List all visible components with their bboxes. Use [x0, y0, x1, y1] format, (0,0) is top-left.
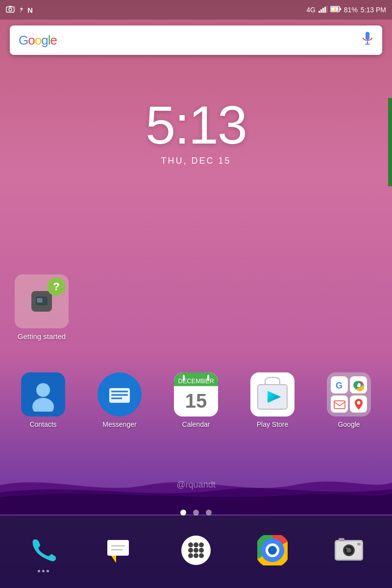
- getting-started-label: Getting started: [18, 332, 66, 341]
- svg-rect-7: [324, 7, 326, 13]
- maps-mini: [350, 395, 367, 413]
- svg-text:G: G: [336, 381, 343, 391]
- green-stripe: [388, 98, 392, 186]
- svg-rect-13: [366, 32, 369, 40]
- search-bar[interactable]: Google: [10, 25, 382, 55]
- svg-rect-0: [6, 7, 14, 12]
- camera-dock-icon: [331, 533, 367, 568]
- playstore-label: Play Store: [257, 420, 289, 428]
- svg-rect-8: [326, 6, 327, 13]
- dock-item-chrome[interactable]: [255, 533, 290, 571]
- svg-point-50: [194, 542, 198, 547]
- svg-rect-15: [365, 44, 370, 45]
- messenger-icon: [98, 372, 142, 416]
- status-bar: N 4G ⚡ 81% 5:13 PM: [0, 0, 392, 20]
- app-row: Contacts Messenger 15 DECEMBER: [0, 372, 392, 428]
- svg-point-51: [199, 542, 204, 547]
- getting-started-folder[interactable]: ? Getting started: [10, 274, 74, 341]
- svg-rect-44: [107, 540, 129, 556]
- dock-item-camera[interactable]: [331, 533, 367, 571]
- svg-marker-45: [111, 556, 116, 563]
- contacts-label: Contacts: [29, 420, 56, 428]
- svg-rect-40: [334, 401, 345, 409]
- calendar-label: Calendar: [182, 420, 210, 428]
- google-folder-icon: G: [327, 372, 371, 416]
- svg-rect-70: [357, 543, 361, 545]
- svg-point-52: [188, 548, 193, 553]
- battery-icon: ⚡: [330, 6, 341, 14]
- page-dot-3[interactable]: [206, 510, 212, 515]
- playstore-icon: [250, 372, 294, 416]
- dock-item-launcher[interactable]: [178, 533, 214, 571]
- status-right-icons: 4G ⚡ 81% 5:13 PM: [306, 6, 386, 14]
- signal-icon: [318, 6, 327, 14]
- svg-rect-10: [340, 8, 341, 10]
- chrome-mini: [350, 376, 367, 393]
- svg-point-53: [194, 548, 198, 553]
- battery-percent: 81%: [344, 6, 358, 14]
- svg-point-1: [9, 8, 12, 11]
- watermark: @rquandt: [0, 480, 392, 490]
- photo-icon: [6, 6, 15, 14]
- folder-icon: ?: [15, 274, 69, 328]
- folder-question-mark: ?: [47, 277, 66, 296]
- app-item-messenger[interactable]: Messenger: [88, 372, 151, 428]
- app-item-google-folder[interactable]: G: [317, 372, 381, 428]
- dock-item-messages[interactable]: [102, 533, 137, 571]
- wave-decoration: [0, 466, 392, 514]
- messages-dock-icon: [102, 533, 137, 568]
- page-dot-2[interactable]: [193, 510, 199, 515]
- n-icon: N: [27, 6, 33, 14]
- svg-marker-3: [20, 5, 23, 13]
- svg-text:15: 15: [185, 390, 207, 412]
- svg-text:⚡: ⚡: [333, 7, 338, 12]
- svg-rect-14: [367, 41, 368, 44]
- chrome-dock-icon: [255, 533, 290, 568]
- calendar-icon: 15 DECEMBER: [174, 372, 218, 416]
- svg-point-54: [199, 548, 204, 553]
- dock-item-phone[interactable]: [25, 532, 61, 572]
- svg-point-49: [188, 542, 193, 547]
- svg-point-41: [357, 401, 360, 404]
- status-left-icons: N: [6, 5, 33, 15]
- svg-point-20: [36, 383, 50, 397]
- svg-rect-6: [322, 8, 324, 13]
- google-folder-label: Google: [338, 420, 360, 428]
- gmail-mini: [331, 395, 348, 413]
- launcher-dock-icon: [178, 533, 214, 568]
- contacts-icon: [21, 372, 65, 416]
- phone-dock-icon: [25, 532, 61, 567]
- svg-rect-2: [9, 6, 12, 7]
- microphone-icon[interactable]: [362, 32, 373, 49]
- app-item-calendar[interactable]: 15 DECEMBER Calendar: [164, 372, 228, 428]
- network-type-label: 4G: [306, 6, 316, 14]
- svg-point-62: [268, 546, 277, 555]
- app-item-playstore[interactable]: Play Store: [241, 372, 304, 428]
- time-label: 5:13 PM: [361, 6, 386, 14]
- app-item-contacts[interactable]: Contacts: [11, 372, 75, 428]
- clock-date: THU, DEC 15: [0, 156, 392, 166]
- messenger-label: Messenger: [102, 420, 136, 428]
- page-dots: [0, 510, 392, 515]
- svg-point-55: [188, 553, 193, 558]
- folder-mini-app-1: [31, 291, 52, 312]
- svg-point-56: [194, 553, 198, 558]
- bottom-dock: [0, 515, 392, 588]
- clock-widget: 5:13 THU, DEC 15: [0, 98, 392, 166]
- bolt-icon: [19, 5, 24, 15]
- svg-rect-31: [183, 375, 185, 381]
- google-logo: Google: [19, 33, 57, 48]
- svg-rect-32: [207, 375, 209, 381]
- google-mini-g: G: [331, 376, 348, 393]
- svg-rect-17: [37, 298, 42, 302]
- svg-point-57: [199, 553, 204, 558]
- svg-rect-5: [320, 9, 322, 13]
- svg-rect-4: [318, 11, 320, 13]
- svg-rect-69: [339, 538, 344, 541]
- clock-time: 5:13: [0, 98, 392, 152]
- page-dot-1[interactable]: [180, 510, 186, 515]
- phone-dock-dots: [38, 570, 49, 572]
- svg-point-68: [346, 547, 348, 549]
